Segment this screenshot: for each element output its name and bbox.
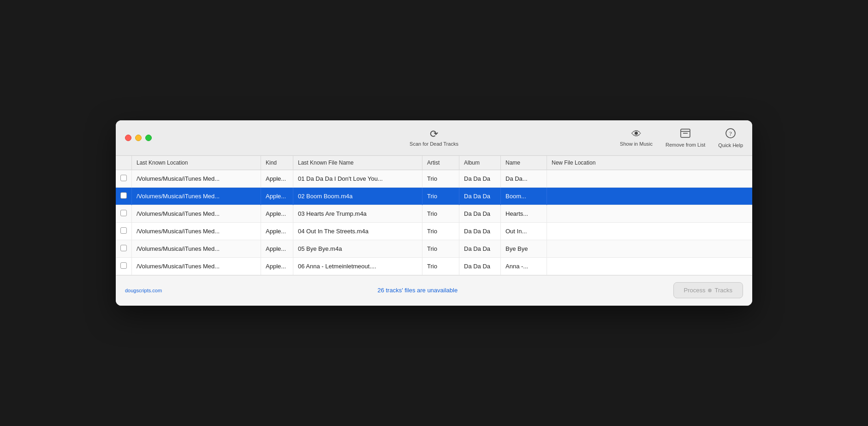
tracks-table-container: Last Known Location Kind Last Known File… [116, 156, 752, 276]
cell-location: /Volumes/Musica/iTunes Med... [132, 205, 261, 223]
cell-album: Da Da Da [459, 240, 501, 258]
remove-from-list-button[interactable]: Remove from List [666, 128, 705, 148]
tracks-table: Last Known Location Kind Last Known File… [116, 156, 752, 275]
cell-location: /Volumes/Musica/iTunes Med... [132, 240, 261, 258]
cell-filename: 01 Da Da Da I Don't Love You... [293, 170, 422, 188]
cell-album: Da Da Da [459, 223, 501, 240]
show-in-music-button[interactable]: 👁 Show in Music [620, 129, 653, 147]
cell-location: /Volumes/Musica/iTunes Med... [132, 223, 261, 240]
cell-kind: Apple... [261, 170, 293, 188]
col-header-checkbox [116, 156, 132, 170]
cell-kind: Apple... [261, 188, 293, 205]
col-header-newlocation: New File Location [547, 156, 753, 170]
remove-icon [680, 128, 691, 140]
remove-from-list-label: Remove from List [666, 142, 705, 148]
cell-newlocation [547, 223, 753, 240]
col-header-kind: Kind [261, 156, 293, 170]
row-checkbox[interactable] [116, 240, 132, 258]
table-row[interactable]: /Volumes/Musica/iTunes Med...Apple...02 … [116, 188, 752, 205]
process-label: Process [684, 287, 706, 294]
cell-filename: 03 Hearts Are Trump.m4a [293, 205, 422, 223]
eye-icon: 👁 [631, 129, 642, 139]
table-row[interactable]: /Volumes/Musica/iTunes Med...Apple...01 … [116, 170, 752, 188]
cell-name: Hearts... [501, 205, 547, 223]
table-row[interactable]: /Volumes/Musica/iTunes Med...Apple...05 … [116, 240, 752, 258]
cell-location: /Volumes/Musica/iTunes Med... [132, 258, 261, 275]
cell-kind: Apple... [261, 205, 293, 223]
cell-artist: Trio [422, 188, 459, 205]
row-checkbox[interactable] [116, 188, 132, 205]
col-header-album: Album [459, 156, 501, 170]
process-dot [708, 289, 712, 292]
process-tracks-button[interactable]: Process Tracks [673, 282, 743, 298]
table-row[interactable]: /Volumes/Musica/iTunes Med...Apple...04 … [116, 223, 752, 240]
zoom-button[interactable] [145, 135, 152, 141]
cell-newlocation [547, 258, 753, 275]
toolbar-right: 👁 Show in Music Remove from List [620, 128, 743, 148]
status-text: 26 tracks' files are unavailable [162, 287, 673, 294]
quick-help-label: Quick Help [718, 142, 743, 148]
cell-name: Out In... [501, 223, 547, 240]
cell-album: Da Da Da [459, 258, 501, 275]
cell-location: /Volumes/Musica/iTunes Med... [132, 188, 261, 205]
cell-newlocation [547, 188, 753, 205]
cell-newlocation [547, 170, 753, 188]
help-icon: ? [725, 128, 736, 141]
close-button[interactable] [125, 135, 131, 141]
cell-artist: Trio [422, 240, 459, 258]
cell-newlocation [547, 205, 753, 223]
cell-filename: 05 Bye Bye.m4a [293, 240, 422, 258]
show-in-music-label: Show in Music [620, 141, 653, 147]
cell-filename: 02 Boom Boom.m4a [293, 188, 422, 205]
table-row[interactable]: /Volumes/Musica/iTunes Med...Apple...06 … [116, 258, 752, 275]
table-body: /Volumes/Musica/iTunes Med...Apple...01 … [116, 170, 752, 275]
footer: dougscripts.com 26 tracks' files are una… [116, 276, 752, 306]
cell-newlocation [547, 240, 753, 258]
cell-kind: Apple... [261, 240, 293, 258]
col-header-filename: Last Known File Name [293, 156, 422, 170]
col-header-name: Name [501, 156, 547, 170]
cell-kind: Apple... [261, 258, 293, 275]
quick-help-button[interactable]: ? Quick Help [718, 128, 743, 148]
cell-artist: Trio [422, 170, 459, 188]
svg-text:?: ? [729, 130, 732, 137]
traffic-lights [125, 135, 152, 141]
col-header-location: Last Known Location [132, 156, 261, 170]
cell-filename: 06 Anna - Letmeinletmeout.... [293, 258, 422, 275]
row-checkbox[interactable] [116, 205, 132, 223]
scan-label: Scan for Dead Tracks [410, 141, 458, 147]
cell-album: Da Da Da [459, 188, 501, 205]
minimize-button[interactable] [135, 135, 142, 141]
cell-album: Da Da Da [459, 205, 501, 223]
main-window: ⟳ Scan for Dead Tracks 👁 Show in Music R… [116, 120, 752, 306]
table-row[interactable]: /Volumes/Musica/iTunes Med...Apple...03 … [116, 205, 752, 223]
table-header-row: Last Known Location Kind Last Known File… [116, 156, 752, 170]
cell-artist: Trio [422, 258, 459, 275]
footer-link[interactable]: dougscripts.com [125, 288, 162, 293]
row-checkbox[interactable] [116, 170, 132, 188]
cell-kind: Apple... [261, 223, 293, 240]
cell-filename: 04 Out In The Streets.m4a [293, 223, 422, 240]
cell-location: /Volumes/Musica/iTunes Med... [132, 170, 261, 188]
col-header-artist: Artist [422, 156, 459, 170]
titlebar: ⟳ Scan for Dead Tracks 👁 Show in Music R… [116, 120, 752, 156]
cell-album: Da Da Da [459, 170, 501, 188]
row-checkbox[interactable] [116, 258, 132, 275]
cell-artist: Trio [422, 223, 459, 240]
cell-name: Boom... [501, 188, 547, 205]
cell-artist: Trio [422, 205, 459, 223]
row-checkbox[interactable] [116, 223, 132, 240]
scan-dead-tracks-button[interactable]: ⟳ Scan for Dead Tracks [410, 129, 458, 147]
scan-icon: ⟳ [430, 129, 438, 139]
cell-name: Bye Bye [501, 240, 547, 258]
tracks-label: Tracks [714, 287, 732, 294]
cell-name: Anna -... [501, 258, 547, 275]
cell-name: Da Da... [501, 170, 547, 188]
